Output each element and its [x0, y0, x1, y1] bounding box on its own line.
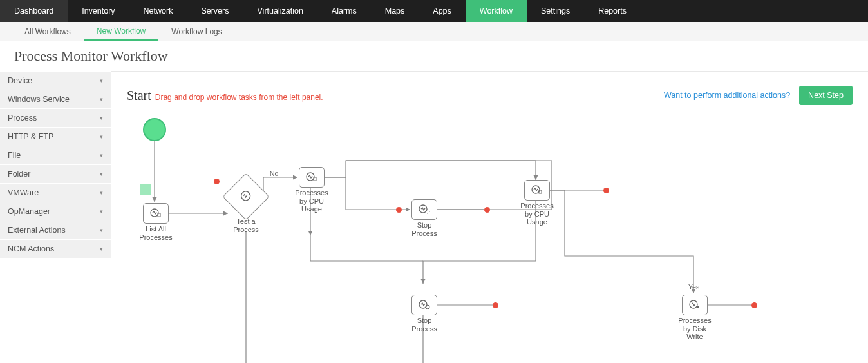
sidebar-item-label: NCM Actions [8, 244, 54, 253]
branch-label-no: No [270, 170, 278, 177]
connector-dot[interactable] [751, 302, 757, 308]
top-nav-virtualization[interactable]: Virtualization [243, 0, 317, 22]
sub-nav-all-workflows[interactable]: All Workflows [12, 22, 84, 41]
canvas-area: Start Drag and drop workflow tasks from … [111, 71, 868, 363]
sidebar-item-vmware[interactable]: VMWare▾ [0, 183, 111, 202]
sidebar-item-http-ftp[interactable]: HTTP & FTP▾ [0, 127, 111, 146]
start-label: Start [127, 88, 151, 103]
connector-dot[interactable] [493, 302, 498, 308]
process-icon [149, 208, 162, 220]
branch-label-yes: Yes [688, 283, 699, 291]
sidebar-item-process[interactable]: Process▾ [0, 108, 111, 127]
sidebar-item-folder[interactable]: Folder▾ [0, 164, 111, 183]
sidebar-item-label: OpManager [8, 207, 50, 216]
sidebar-item-label: External Actions [8, 226, 66, 235]
top-nav-network[interactable]: Network [129, 0, 187, 22]
top-nav-servers[interactable]: Servers [187, 0, 243, 22]
chevron-down-icon: ▾ [100, 227, 103, 233]
top-nav-dashboard[interactable]: Dashboard [0, 0, 68, 22]
node-stop-process-1[interactable]: Stop Process [404, 199, 445, 237]
node-processes-by-cpu-1[interactable]: Processes by CPU Usage [291, 167, 332, 213]
chevron-down-icon: ▾ [100, 152, 103, 159]
connector-dot[interactable] [396, 207, 402, 213]
sidebar-item-label: HTTP & FTP [8, 132, 53, 141]
sidebar-item-label: Device [8, 76, 32, 85]
top-nav-settings[interactable]: Settings [527, 0, 584, 22]
chevron-down-icon: ▾ [100, 190, 103, 196]
next-step-button[interactable]: Next Step [799, 86, 853, 105]
connector-dot[interactable] [484, 207, 490, 213]
start-node[interactable] [143, 118, 166, 141]
chevron-down-icon: ▾ [100, 96, 103, 103]
cpu-icon [305, 172, 318, 184]
top-nav-inventory[interactable]: Inventory [68, 0, 129, 22]
top-nav-reports[interactable]: Reports [584, 0, 641, 22]
sub-nav-workflow-logs[interactable]: Workflow Logs [158, 22, 234, 41]
drop-highlight [140, 184, 151, 195]
sidebar-item-device[interactable]: Device▾ [0, 71, 111, 90]
disk-icon [688, 299, 701, 311]
chevron-down-icon: ▾ [100, 246, 103, 252]
chevron-down-icon: ▾ [100, 208, 103, 215]
sidebar-item-label: Process [8, 113, 37, 123]
top-nav: DashboardInventoryNetworkServersVirtuali… [0, 0, 868, 22]
sub-nav: All WorkflowsNew WorkflowWorkflow Logs [0, 22, 868, 41]
additional-actions-link[interactable]: Want to perform additional actions? [664, 91, 790, 100]
sidebar-item-external-actions[interactable]: External Actions▾ [0, 221, 111, 239]
sub-nav-new-workflow[interactable]: New Workflow [84, 22, 158, 41]
chevron-down-icon: ▾ [100, 133, 103, 140]
sidebar-item-label: VMWare [8, 188, 39, 197]
chevron-down-icon: ▾ [100, 115, 103, 121]
start-hint: Drag and drop workflow tasks from the le… [155, 93, 323, 102]
stop-icon [418, 204, 431, 216]
top-nav-maps[interactable]: Maps [371, 0, 419, 22]
top-nav-alarms[interactable]: Alarms [317, 0, 371, 22]
page-title: Process Monitor Workflow [0, 41, 868, 71]
connector-dot[interactable] [603, 188, 609, 193]
cpu-icon [531, 184, 543, 197]
connector-dot[interactable] [214, 179, 220, 184]
sidebar-item-ncm-actions[interactable]: NCM Actions▾ [0, 239, 111, 258]
sidebar-item-windows-service[interactable]: Windows Service▾ [0, 90, 111, 108]
flow-connectors [127, 113, 835, 363]
node-test-a-process[interactable]: Test a Process [229, 180, 263, 213]
sidebar-item-file[interactable]: File▾ [0, 146, 111, 164]
flow-canvas[interactable]: List All Processes Test a Process No Pro… [127, 113, 835, 363]
node-processes-by-disk-write[interactable]: Processes by Disk Write [674, 295, 715, 341]
sidebar-item-label: Windows Service [8, 95, 70, 104]
node-processes-by-cpu-2[interactable]: Processes by CPU Usage [516, 180, 558, 226]
sidebar: Device▾Windows Service▾Process▾HTTP & FT… [0, 71, 111, 363]
chevron-down-icon: ▾ [100, 77, 103, 84]
stop-icon [418, 299, 431, 311]
sidebar-item-opmanager[interactable]: OpManager▾ [0, 202, 111, 221]
sidebar-item-label: Folder [8, 170, 30, 179]
sidebar-item-label: File [8, 151, 21, 160]
node-list-all-processes[interactable]: List All Processes [135, 203, 176, 241]
top-nav-workflow[interactable]: Workflow [466, 0, 527, 22]
chevron-down-icon: ▾ [100, 171, 103, 177]
node-stop-process-2[interactable]: Stop Process [404, 295, 445, 333]
top-nav-apps[interactable]: Apps [419, 0, 466, 22]
